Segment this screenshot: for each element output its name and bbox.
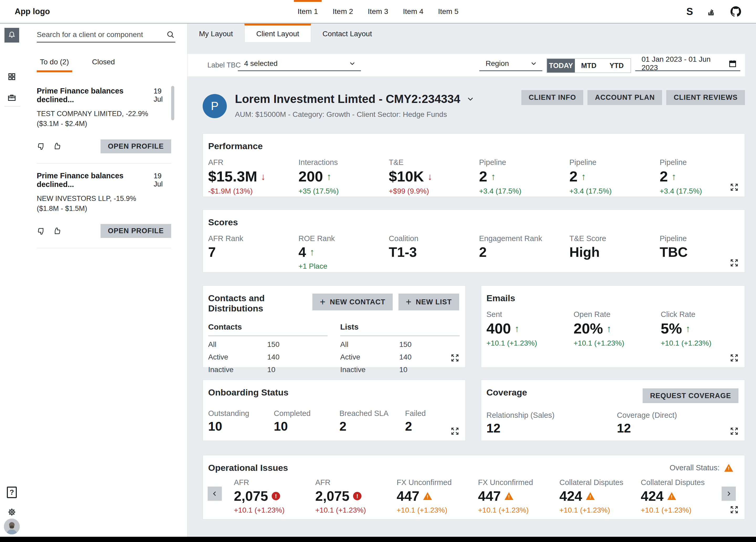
client-reviews-button[interactable]: CLIENT REVIEWS	[666, 90, 745, 105]
date-range-picker[interactable]: 01 Jan 2023 - 01 Jun 2023	[635, 56, 740, 71]
card-title: Coverage	[486, 387, 527, 398]
stackoverflow-icon[interactable]	[706, 6, 717, 17]
expand-icon[interactable]	[728, 181, 740, 193]
segment-ytd[interactable]: YTD	[603, 59, 631, 72]
notification-date: 19 Jul	[154, 87, 171, 103]
account-plan-button[interactable]: ACCOUNT PLAN	[587, 90, 662, 105]
metric-interactions: Interactions 200↑ +35 (17.5%)	[298, 158, 389, 196]
thumbs-up-icon[interactable]	[53, 226, 61, 235]
expand-icon[interactable]	[449, 352, 461, 364]
s-logo-icon[interactable]: S	[686, 7, 693, 17]
icon-rail: ?	[0, 24, 24, 537]
tab-my-layout[interactable]: My Layout	[187, 24, 244, 42]
search-input[interactable]	[37, 30, 166, 39]
chevron-down-icon	[530, 60, 538, 67]
notification-body: NEW INVESTORS LLP, -15.9% ($1.8M - $1.5M…	[37, 193, 160, 214]
client-name: Lorem Investment Limted - CMY2:234334	[235, 92, 460, 105]
status-badge	[423, 492, 432, 500]
expand-icon[interactable]	[728, 352, 740, 364]
metric-afr-issues: AFR 2,075 +10.1 (+1.23%)	[234, 478, 315, 515]
metric-roe-rank: ROE Rank 4↑ +1 Place	[298, 234, 389, 271]
new-list-button[interactable]: +NEW LIST	[398, 294, 459, 311]
card-title: Onboarding Status	[208, 387, 459, 398]
search-icon[interactable]	[166, 30, 175, 39]
date-range-segmented: TODAY MTD YTD	[547, 58, 631, 73]
bell-icon	[7, 31, 16, 40]
workspace-rail-button[interactable]	[4, 90, 19, 105]
lists-group: Lists All150 Active140 Inactive10	[340, 323, 460, 374]
performance-card: Performance AFR $15.3M↓ -$1.9M (13%) Int…	[203, 133, 745, 197]
contacts-group: Contacts All150 Active140 Inactive10	[208, 323, 328, 374]
request-coverage-button[interactable]: REQUEST COVERAGE	[643, 388, 738, 403]
thumbs-up-icon[interactable]	[53, 142, 61, 151]
thumbs-down-icon[interactable]	[37, 226, 46, 235]
metric-collateral-disputes: Collateral Disputes 424 +10.1 (+1.23%)	[641, 478, 722, 515]
status-badge	[586, 492, 595, 500]
notification-list: Prime Finance balances declined... 19 Ju…	[37, 83, 171, 248]
nav-item-1[interactable]: Item 1	[297, 0, 318, 23]
user-avatar[interactable]	[4, 519, 20, 534]
divider	[37, 248, 171, 248]
layout-tabs: My Layout Client Layout Contact Layout	[187, 24, 384, 42]
notifications-rail-button[interactable]	[4, 28, 19, 43]
metric-te-score: T&E Score High	[569, 234, 660, 271]
carousel-prev-button[interactable]	[208, 487, 222, 501]
scores-card: Scores AFR Rank 7 ROE Rank 4↑ +1 Place C…	[203, 209, 745, 273]
main-area: My Layout Client Layout Contact Layout L…	[187, 24, 756, 537]
open-profile-button[interactable]: OPEN PROFILE	[101, 224, 171, 238]
client-avatar: P	[203, 94, 227, 118]
briefcase-icon	[7, 93, 17, 102]
nav-item-3[interactable]: Item 3	[368, 0, 388, 23]
table-row: Inactive10	[340, 366, 460, 374]
tab-contact-layout[interactable]: Contact Layout	[311, 24, 384, 42]
notification-title: Prime Finance balances declined...	[37, 171, 154, 189]
metric-coverage-direct: Coverage (Direct) 12	[617, 411, 747, 435]
segment-today[interactable]: TODAY	[547, 59, 575, 72]
region-dropdown[interactable]: Region	[479, 56, 542, 71]
metric-completed: Completed 10	[274, 409, 339, 433]
table-row: All150	[208, 340, 328, 349]
tab-closed[interactable]: Closed	[89, 55, 118, 72]
metric-afr-issues: AFR 2,075 +10.1 (+1.23%)	[315, 478, 397, 515]
tab-client-layout[interactable]: Client Layout	[244, 24, 311, 42]
metric-te: T&E $10K↓ +$99 (9.9%)	[389, 158, 479, 196]
thumbs-down-icon[interactable]	[37, 142, 46, 151]
client-switch-chevron-icon[interactable]	[466, 94, 475, 103]
dashboard-rail-button[interactable]	[4, 69, 19, 84]
client-actions: CLIENT INFO ACCOUNT PLAN CLIENT REVIEWS	[521, 90, 745, 105]
multiselect-dropdown[interactable]: 4 selected	[238, 56, 361, 71]
settings-rail-button[interactable]	[4, 505, 19, 519]
metric-coalition: Coalition T1-3	[389, 234, 479, 271]
sidebar-tabs: To do (2) Closed	[37, 55, 118, 72]
tab-todo[interactable]: To do (2)	[37, 55, 72, 72]
metric-outstanding: Outstanding 10	[208, 409, 274, 433]
nav-item-2[interactable]: Item 2	[333, 0, 353, 23]
metric-collateral-disputes: Collateral Disputes 424 +10.1 (+1.23%)	[559, 478, 641, 515]
top-icons: S	[686, 6, 741, 17]
help-rail-button[interactable]: ?	[4, 485, 19, 500]
calendar-icon[interactable]	[728, 59, 737, 68]
github-icon[interactable]	[730, 6, 741, 17]
segment-mtd[interactable]: MTD	[575, 59, 603, 72]
notification-title: Prime Finance balances declined...	[37, 87, 154, 104]
client-info-button[interactable]: CLIENT INFO	[521, 90, 584, 105]
nav-item-4[interactable]: Item 4	[403, 0, 423, 23]
nav-item-5[interactable]: Item 5	[438, 0, 459, 23]
onboarding-card: Onboarding Status Outstanding 10 Complet…	[203, 380, 466, 441]
expand-icon[interactable]	[449, 425, 461, 437]
expand-icon[interactable]	[728, 425, 740, 437]
card-title: Contacts and Distributions	[208, 293, 312, 314]
filter-bar: Label TBC 4 selected Region TODAY MTD YT…	[187, 54, 745, 76]
new-contact-button[interactable]: +NEW CONTACT	[312, 294, 393, 311]
expand-icon[interactable]	[728, 257, 740, 268]
carousel-next-button[interactable]	[722, 487, 736, 501]
notification-body: TEST COMPANY LIMITED, -22.9% ($3.1M - $2…	[37, 109, 160, 129]
open-profile-button[interactable]: OPEN PROFILE	[101, 139, 171, 153]
contacts-card: Contacts and Distributions +NEW CONTACT …	[203, 286, 466, 368]
app-window: App logo Item 1 Item 2 Item 3 Item 4 Ite…	[0, 0, 756, 542]
metric-fx-unconfirmed: FX Unconfirmed 447 +10.1 (+1.23%)	[478, 478, 559, 515]
notifications-sidebar: To do (2) Closed Prime Finance balances …	[24, 24, 187, 537]
region-value: Region	[486, 59, 509, 68]
sidebar-scrollbar[interactable]	[171, 86, 174, 120]
expand-icon[interactable]	[728, 504, 740, 515]
